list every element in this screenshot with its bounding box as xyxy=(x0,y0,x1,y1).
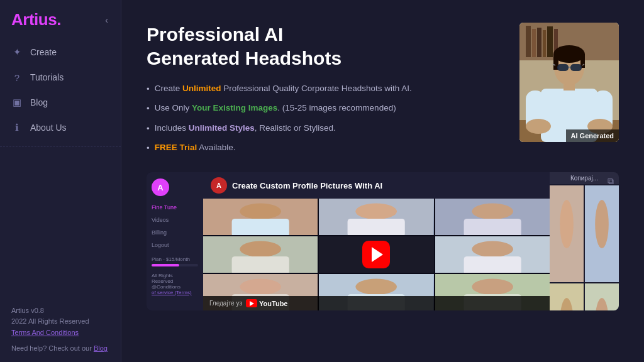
plan-label: Plan - $15/Month xyxy=(152,256,198,262)
video-plan-bar: Plan - $15/Month xyxy=(152,256,198,266)
sidebar-item-about[interactable]: ℹ About Us xyxy=(0,115,121,140)
svg-point-50 xyxy=(560,200,574,248)
svg-point-23 xyxy=(526,119,551,134)
right-thumb-4[interactable] xyxy=(585,283,619,310)
video-sidebar: A Fine Tune Videos Billing Logout Plan -… xyxy=(147,172,203,310)
video-sidebar-videos[interactable]: Videos xyxy=(152,215,198,225)
version-text: Artius v0.8 xyxy=(11,305,109,317)
hero-image: AI Generated xyxy=(519,23,619,142)
blog-icon: ▣ xyxy=(11,97,23,108)
sidebar-header: Artius. ‹ xyxy=(0,0,121,40)
svg-rect-30 xyxy=(348,219,405,235)
sidebar: Artius. ‹ ✦ Create ? Tutorials ▣ Blog ℹ … xyxy=(0,0,121,362)
video-bottom-text: Гледајте уз xyxy=(209,300,242,307)
svg-rect-27 xyxy=(232,219,289,235)
svg-point-32 xyxy=(472,204,513,220)
video-title-bar: A Create Custom Profile Pictures With AI xyxy=(203,172,550,199)
blog-help-link[interactable]: Blog xyxy=(94,344,108,352)
svg-rect-16 xyxy=(557,64,569,71)
plan-progress-fill xyxy=(152,264,179,266)
video-thumb-1[interactable] xyxy=(203,199,318,235)
video-thumb-play[interactable] xyxy=(319,236,433,273)
svg-rect-5 xyxy=(543,30,546,57)
play-button[interactable] xyxy=(362,241,390,268)
feature-item-4: FREE Trial Available. xyxy=(147,141,504,155)
svg-rect-17 xyxy=(570,64,582,71)
rights-text: 2022 All Rights Reserved xyxy=(11,316,109,327)
plan-progress-bar xyxy=(152,264,198,266)
video-thumb-3[interactable] xyxy=(435,199,550,235)
youtube-icon xyxy=(246,299,257,307)
youtube-play-icon xyxy=(250,301,254,306)
sidebar-item-about-label: About Us xyxy=(30,123,67,133)
video-sidebar-billing[interactable]: Billing xyxy=(152,228,198,238)
video-thumbnails xyxy=(203,199,550,310)
right-thumb-2[interactable] xyxy=(585,185,619,282)
video-thumb-4[interactable] xyxy=(203,236,318,273)
hero-text: Professional AI Generated Headshots Crea… xyxy=(147,23,504,155)
sidebar-item-create-label: Create xyxy=(30,47,57,57)
right-thumb-1[interactable] xyxy=(550,185,584,282)
video-main: A Create Custom Profile Pictures With AI xyxy=(203,172,550,310)
feature-item-3: Includes Unlimited Styles, Realistic or … xyxy=(147,122,504,135)
video-title: Create Custom Profile Pictures With AI xyxy=(232,181,382,190)
sidebar-collapse-button[interactable]: ‹ xyxy=(103,13,111,28)
about-icon: ℹ xyxy=(11,122,23,133)
svg-point-41 xyxy=(240,279,281,295)
svg-point-47 xyxy=(472,279,513,295)
sidebar-item-blog[interactable]: ▣ Blog xyxy=(0,90,121,115)
sidebar-item-tutorials[interactable]: ? Tutorials xyxy=(0,65,121,90)
copy-label: Копирај... xyxy=(570,175,598,182)
nav-divider xyxy=(0,146,121,147)
hero-title: Professional AI Generated Headshots xyxy=(147,23,504,70)
video-sidebar-finetune[interactable]: Fine Tune xyxy=(152,202,198,212)
video-sidebar-avatar: A xyxy=(152,178,169,196)
feature-item-2: Use Only Your Existing Images. (15-25 im… xyxy=(147,102,504,115)
svg-rect-3 xyxy=(532,29,536,57)
sidebar-item-create[interactable]: ✦ Create xyxy=(0,40,121,65)
tutorials-icon: ? xyxy=(11,72,23,83)
svg-rect-6 xyxy=(547,26,553,57)
video-bottom-bar: Гледајте уз YouTube xyxy=(203,296,550,310)
video-channel-avatar: A xyxy=(211,177,227,194)
svg-rect-36 xyxy=(232,256,289,273)
feature-list: Create Unlimited Professional Quality Co… xyxy=(147,82,504,155)
svg-point-26 xyxy=(240,204,281,220)
svg-rect-33 xyxy=(464,219,521,235)
video-right-top: Копирај... ⧉ xyxy=(550,172,619,184)
svg-rect-4 xyxy=(537,28,541,57)
hero-image-placeholder xyxy=(519,23,619,142)
svg-rect-2 xyxy=(526,26,531,57)
right-thumb-3[interactable] xyxy=(550,283,584,310)
svg-rect-39 xyxy=(464,256,521,273)
sidebar-item-tutorials-label: Tutorials xyxy=(30,72,64,82)
create-icon: ✦ xyxy=(11,47,23,58)
play-triangle xyxy=(372,247,383,262)
video-thumb-6[interactable] xyxy=(435,236,550,273)
video-right-thumbs xyxy=(550,185,619,310)
hero-section: Professional AI Generated Headshots Crea… xyxy=(147,23,619,155)
svg-point-52 xyxy=(595,200,609,248)
svg-point-44 xyxy=(356,279,397,295)
sidebar-footer: Artius v0.8 2022 All Rights Reserved Ter… xyxy=(0,298,121,362)
main-content: Professional AI Generated Headshots Crea… xyxy=(121,0,644,362)
terms-link[interactable]: Terms And Conditions xyxy=(11,329,79,336)
feature-item-1: Create Unlimited Professional Quality Co… xyxy=(147,82,504,96)
svg-point-38 xyxy=(472,241,513,258)
youtube-label: YouTube xyxy=(259,300,287,307)
sidebar-nav: ✦ Create ? Tutorials ▣ Blog ℹ About Us xyxy=(0,40,121,140)
footer-small: All Rights Reserved @Conditions of servi… xyxy=(152,273,198,295)
video-right-panel: Копирај... ⧉ xyxy=(550,172,619,310)
hero-person-svg xyxy=(519,23,619,142)
video-thumb-2[interactable] xyxy=(319,199,433,235)
sidebar-item-blog-label: Blog xyxy=(30,97,48,107)
youtube-logo: YouTube xyxy=(246,299,287,307)
svg-point-29 xyxy=(356,204,397,220)
ai-badge: AI Generated xyxy=(566,129,619,142)
footer-help: Need help? Check out our Blog xyxy=(11,343,109,354)
video-sidebar-logout[interactable]: Logout xyxy=(152,240,198,250)
app-logo: Artius. xyxy=(11,10,61,30)
svg-point-35 xyxy=(240,241,281,258)
video-section[interactable]: A Fine Tune Videos Billing Logout Plan -… xyxy=(147,172,619,310)
copy-icon: ⧉ xyxy=(608,176,614,187)
